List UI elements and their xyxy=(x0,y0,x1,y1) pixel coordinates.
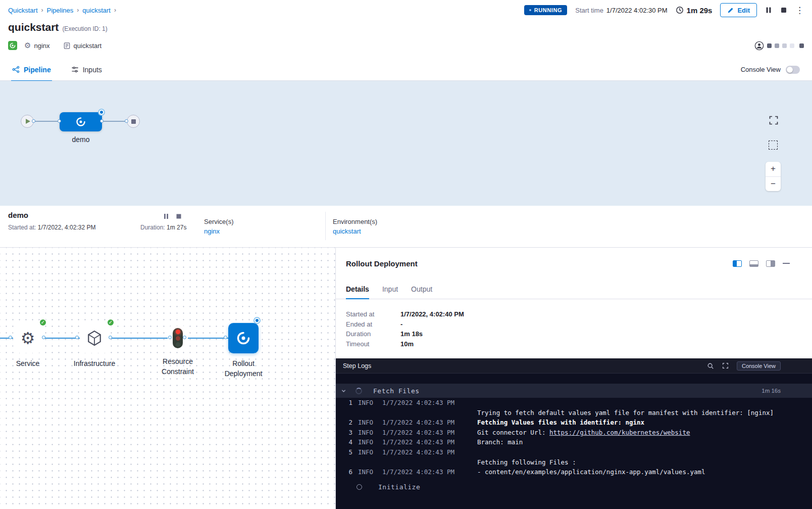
entity-row: ⚙ nginx quickstart xyxy=(8,40,804,51)
step-node-infrastructure[interactable] xyxy=(80,323,109,353)
clock-icon xyxy=(676,6,684,14)
tab-inputs[interactable]: Inputs xyxy=(71,59,102,81)
service-gear-icon: ⚙ xyxy=(24,41,31,50)
rollout-step-icon xyxy=(236,331,250,345)
duration-label: Duration: xyxy=(140,224,165,231)
more-options-icon[interactable]: ⋮ xyxy=(795,6,804,15)
step-panel-header: Rollout Deployment xyxy=(336,248,812,279)
stage-summary-bar: demo Started at: 1/7/2022, 4:02:32 PM Du… xyxy=(0,206,812,248)
detail-row: Duration 1m 18s xyxy=(346,329,802,339)
search-icon[interactable] xyxy=(707,362,714,369)
detail-label: Timeout xyxy=(346,339,400,349)
log-level: INFO xyxy=(358,428,375,438)
step-details-list: Started at 1/7/2022, 4:02:40 PM Ended at… xyxy=(336,299,812,349)
breadcrumb-separator: › xyxy=(114,7,116,14)
traffic-light-icon[interactable] xyxy=(173,328,183,348)
minimize-panel-icon[interactable] xyxy=(783,263,790,264)
environment-link[interactable]: quickstart xyxy=(333,227,361,235)
gear-icon: ⚙ xyxy=(21,330,35,346)
tab-inputs-label: Inputs xyxy=(83,66,102,74)
layout-split-bottom-icon[interactable] xyxy=(749,260,758,267)
log-line-number xyxy=(345,457,352,468)
step-label-service: Service xyxy=(7,358,49,368)
success-check-icon: ✓ xyxy=(107,318,115,327)
pause-stage-icon[interactable] xyxy=(163,213,169,219)
edge-connector-dot xyxy=(224,336,227,339)
canvas-fullscreen-icon[interactable] xyxy=(769,115,779,127)
step-node-service[interactable]: ⚙ xyxy=(13,323,42,353)
execution-name: quickstart xyxy=(8,21,59,33)
edit-button-label: Edit xyxy=(737,7,750,14)
hexagon-icon xyxy=(86,330,103,347)
detail-row: Ended at - xyxy=(346,319,802,330)
log-section-fetch-files[interactable]: Fetch Files 1m 16s xyxy=(336,384,812,398)
tab-details[interactable]: Details xyxy=(346,279,369,299)
detail-row: Timeout 10m xyxy=(346,339,802,349)
stage-execution-canvas[interactable]: ⚙ ✓ ✓ Service In xyxy=(0,248,336,509)
edge-connector-dot xyxy=(109,336,112,339)
step-node-rollout-deployment[interactable] xyxy=(228,323,259,353)
log-message-prefix: Git connector Url: xyxy=(477,429,549,436)
chevron-down-icon[interactable] xyxy=(341,388,346,394)
stage-node-demo[interactable] xyxy=(60,112,102,131)
pipeline-name-chip[interactable]: quickstart xyxy=(74,42,102,50)
breadcrumb-pipeline-name[interactable]: quickstart xyxy=(82,7,111,14)
zoom-out-button[interactable]: − xyxy=(766,176,781,192)
user-avatar-icon[interactable] xyxy=(754,41,764,51)
detail-value: 1/7/2022, 4:02:40 PM xyxy=(400,309,464,319)
detail-label: Duration xyxy=(346,329,400,339)
detail-row: Started at 1/7/2022, 4:02:40 PM xyxy=(346,309,802,319)
edge-connector-dot xyxy=(58,119,61,123)
service-link[interactable]: nginx xyxy=(204,227,220,235)
execution-id: (Execution ID: 1) xyxy=(62,25,107,32)
layout-split-left-icon[interactable] xyxy=(733,260,742,267)
log-line: 4 INFO 1/7/2022 4:02:43 PM Branch: main xyxy=(336,437,812,447)
log-level xyxy=(358,408,375,418)
edge-connector-dot xyxy=(183,336,186,339)
console-view-toggle[interactable] xyxy=(786,66,800,74)
log-level xyxy=(358,457,375,468)
step-logs-body: Fetch Files 1m 16s 1 INFO 1/7/2022 4:02:… xyxy=(336,374,812,494)
pending-circle-icon xyxy=(357,484,362,490)
zoom-in-button[interactable]: + xyxy=(766,162,781,176)
console-view-button[interactable]: Console View xyxy=(737,361,781,371)
canvas-select-icon[interactable] xyxy=(769,141,778,150)
elapsed-time: 1m 29s xyxy=(676,6,713,15)
log-line: 5 INFO 1/7/2022 4:02:43 PM xyxy=(336,447,812,457)
summary-started: Started at: 1/7/2022, 4:02:32 PM xyxy=(8,224,95,231)
detail-value: 10m xyxy=(400,339,414,349)
pipeline-graph-canvas[interactable]: demo + − xyxy=(0,81,812,206)
tab-input[interactable]: Input xyxy=(382,279,398,299)
pause-execution-icon[interactable] xyxy=(765,7,772,14)
loading-spinner-icon xyxy=(356,388,362,394)
log-level: INFO xyxy=(358,447,375,457)
edge-connector-dot xyxy=(75,336,79,339)
minimap-block xyxy=(799,43,804,48)
layout-split-right-icon[interactable] xyxy=(766,260,775,267)
stop-stage-icon[interactable] xyxy=(176,213,182,219)
log-timestamp: 1/7/2022 4:02:43 PM xyxy=(382,447,458,457)
abort-execution-icon[interactable] xyxy=(780,7,787,14)
tab-output[interactable]: Output xyxy=(411,279,432,299)
step-label-rollout-deployment: Rollout Deployment xyxy=(218,358,269,379)
detail-label: Started at xyxy=(346,309,400,319)
traffic-red-light xyxy=(176,330,180,334)
top-bar: Quickstart › Pipelines › quickstart › RU… xyxy=(0,0,812,20)
breadcrumb-pipelines[interactable]: Pipelines xyxy=(47,7,74,14)
expand-logs-icon[interactable] xyxy=(722,362,729,369)
stage-node-label: demo xyxy=(60,135,102,144)
zoom-controls: + − xyxy=(766,162,781,191)
edit-button[interactable]: Edit xyxy=(720,3,757,17)
log-line-number: 6 xyxy=(345,467,352,477)
edge-connector-dot xyxy=(9,336,12,339)
log-timestamp xyxy=(382,457,458,468)
service-name-chip[interactable]: nginx xyxy=(34,42,49,50)
breadcrumb-project[interactable]: Quickstart xyxy=(8,7,38,14)
console-view-control: Console View xyxy=(741,66,800,74)
summary-stage-name: demo xyxy=(8,211,28,219)
log-message: Fetching following Files : xyxy=(477,457,576,468)
page-title: quickstart(Execution ID: 1) xyxy=(8,21,108,33)
log-section-initialize[interactable]: Initialize xyxy=(336,480,812,494)
tab-pipeline[interactable]: Pipeline xyxy=(12,59,51,81)
git-connector-link[interactable]: https://github.com/kubernetes/website xyxy=(549,429,690,436)
